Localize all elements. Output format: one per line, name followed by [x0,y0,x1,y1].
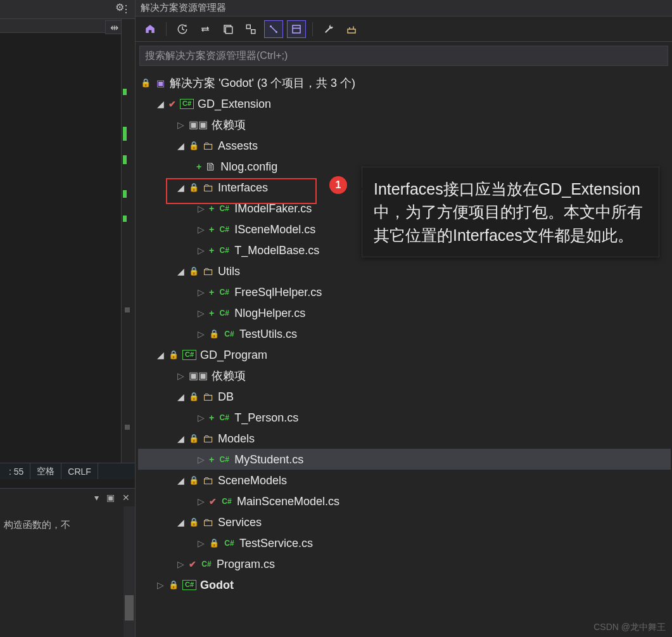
folder-scenemodels[interactable]: ◢ 🔒 🗀 SceneModels [138,470,671,491]
expand-icon[interactable]: ▷ [156,581,165,589]
file-mystudent[interactable]: ▷ + C# MyStudent.cs [138,449,671,470]
folder-services[interactable]: ◢ 🔒 🗀 Services [138,512,671,532]
svg-rect-2 [246,25,250,29]
file-tperson[interactable]: ▷ + C# T_Person.cs [138,407,671,428]
solution-search[interactable]: 搜索解决方案资源管理器(Ctrl+;) [139,46,668,66]
git-added-icon: + [209,246,214,255]
filter-icon[interactable] [287,20,306,38]
editor-combo[interactable]: ▾ [0,19,121,33]
project-label: Godot [200,579,234,591]
expand-icon[interactable]: ▷ [176,560,185,569]
csharp-icon: C# [200,559,213,569]
expand-icon[interactable]: ▷ [196,539,205,548]
expand-icon[interactable]: ▷ [196,413,205,422]
status-column[interactable]: : 55 [3,463,30,479]
dropdown-icon[interactable]: ▾ [94,492,99,503]
gear-icon[interactable]: ⚙ [115,1,124,13]
expand-icon[interactable]: ◢ [156,351,165,359]
node-label: IModelFaker.cs [234,203,312,214]
solution-tree[interactable]: 🔒 ▣ 解决方案 'Godot' (3 个项目，共 3 个) ◢ ✔ C# GD… [136,70,672,637]
scrollbar-thumb[interactable] [125,595,134,621]
pin-icon[interactable]: ▣ [106,492,115,503]
expand-icon[interactable]: ◢ [176,141,185,150]
node-label: Nlog.config [220,161,277,172]
file-freesqlhelper[interactable]: ▷ + C# FreeSqlHelper.cs [138,281,671,302]
expand-icon[interactable]: ▷ [176,120,185,129]
csharp-icon: C# [223,329,236,339]
folder-utils[interactable]: ◢ 🔒 🗀 Utils [138,261,671,281]
expand-icon[interactable]: ◢ [176,434,185,443]
lock-icon: 🔒 [168,581,179,589]
change-marker [123,216,127,222]
folder-models[interactable]: ◢ 🔒 🗀 Models [138,428,671,449]
file-program[interactable]: ▷ ✔ C# Program.cs [138,553,671,574]
collapse-icon[interactable] [241,20,260,38]
properties-icon[interactable] [342,20,361,38]
node-label: MainSceneModel.cs [237,496,339,507]
expand-icon[interactable]: ▷ [196,204,205,213]
solution-explorer-toolbar [136,16,672,42]
expand-icon[interactable]: ▷ [176,371,185,380]
expand-icon[interactable]: ◢ [176,518,185,527]
sync-icon[interactable] [196,20,215,38]
folder-assests[interactable]: ◢ 🔒 🗀 Assests [138,135,671,156]
git-added-icon: + [209,455,214,464]
node-label: 依赖项 [212,370,246,382]
expand-icon[interactable]: ◢ [176,476,185,485]
split-handle-icon[interactable]: ⇹ [105,20,123,34]
svg-rect-1 [225,27,232,34]
expand-icon[interactable]: ▷ [196,497,205,506]
status-eol[interactable]: CRLF [61,463,98,479]
close-icon[interactable]: ✕ [122,492,130,503]
config-file-icon: 🗎 [205,161,217,172]
solution-node[interactable]: 🔒 ▣ 解决方案 'Godot' (3 个项目，共 3 个) [138,72,671,93]
dependencies-node[interactable]: ▷ ▣▣ 依赖项 [138,114,671,135]
expand-icon[interactable]: ▷ [196,309,205,318]
csharp-icon: C# [218,203,231,214]
home-icon[interactable] [141,20,160,38]
wrench-icon[interactable] [319,20,338,38]
lock-icon: 🔒 [189,476,199,484]
expand-icon[interactable]: ◢ [176,392,185,401]
editor-pane: ⋮ ⚙ ▾ ⇹ : 55 空格 CRLF ▾ ▣ ✕ 构造函数的，不 [0,0,135,637]
project-gd-extension[interactable]: ◢ ✔ C# GD_Extension [138,93,671,114]
git-added-icon: + [209,413,214,422]
lower-panel-header: ▾ ▣ ✕ [0,489,135,506]
node-label: TestService.cs [239,537,313,549]
solution-explorer-title: 解决方案资源管理器 [136,0,672,16]
dependencies-node[interactable]: ▷ ▣▣ 依赖项 [138,365,671,386]
node-label: Models [218,433,255,444]
git-modified-icon: ✔ [168,100,176,108]
file-mainscenemodel[interactable]: ▷ ✔ C# MainSceneModel.cs [138,491,671,512]
lock-icon: 🔒 [189,183,199,191]
expand-icon[interactable]: ▷ [196,246,205,255]
expand-icon[interactable]: ◢ [176,267,185,276]
git-added-icon: + [209,309,214,318]
show-all-icon[interactable] [264,20,283,38]
folder-db[interactable]: ◢ 🔒 🗀 DB [138,386,671,407]
project-godot[interactable]: ▷ 🔒 C# Godot [138,574,671,595]
status-indent[interactable]: 空格 [30,463,61,479]
lock-icon: 🔒 [189,267,199,275]
svg-rect-3 [251,29,255,33]
change-marker [123,89,127,95]
project-gd-program[interactable]: ◢ 🔒 C# GD_Program [138,344,671,365]
lower-scrollbar[interactable] [124,506,135,637]
expand-icon[interactable]: ▷ [196,455,205,464]
node-label: SceneModels [218,475,287,486]
history-icon[interactable] [173,20,192,38]
node-label: Utils [218,266,240,277]
file-nloghelper[interactable]: ▷ + C# NlogHelper.cs [138,302,671,323]
expand-icon[interactable]: ◢ [156,100,165,108]
file-testutils[interactable]: ▷ 🔒 C# TestUtils.cs [138,323,671,344]
csproj-icon: C# [180,99,194,109]
editor-scrollbar[interactable] [121,19,135,463]
solution-label: 解决方案 'Godot' (3 个项目，共 3 个) [170,77,355,89]
project-label: GD_Program [200,349,267,361]
file-testservice[interactable]: ▷ 🔒 C# TestService.cs [138,532,671,553]
expand-icon[interactable]: ◢ [176,183,185,192]
expand-icon[interactable]: ▷ [196,225,205,234]
expand-icon[interactable]: ▷ [196,330,205,338]
expand-icon[interactable]: ▷ [196,288,205,297]
save-all-icon[interactable] [219,20,238,38]
